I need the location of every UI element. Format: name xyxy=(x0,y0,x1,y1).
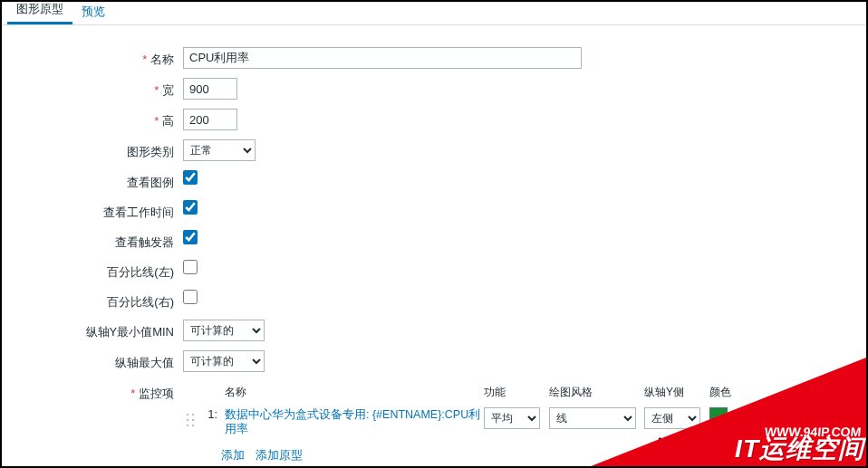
items-col-func: 功能 xyxy=(484,385,549,400)
show-legend-checkbox[interactable] xyxy=(183,170,198,185)
drag-handle-icon[interactable] xyxy=(183,410,196,426)
color-text: 1 xyxy=(735,408,741,422)
item-name-link[interactable]: 数据中心华为盒式设备专用: {#ENTNAME}:CPU利用率 xyxy=(225,408,480,435)
tab-preview[interactable]: 预览 xyxy=(72,0,114,24)
label-name: 名称 xyxy=(11,47,183,68)
items-col-yaxis: 纵轴Y侧 xyxy=(644,385,709,400)
name-input[interactable] xyxy=(183,47,582,69)
label-items: 监控项 xyxy=(11,381,183,402)
item-style-select[interactable]: 线 xyxy=(549,407,636,429)
item-func-select[interactable]: 平均 xyxy=(484,407,540,429)
show-triggers-checkbox[interactable] xyxy=(183,230,198,244)
item-index: 1: xyxy=(203,407,221,421)
tabs: 图形原型 预览 xyxy=(2,2,866,25)
form: 名称 宽 高 图形类别 正常 查看图例 查看工作时间 xyxy=(2,25,866,468)
item-yaxis-select[interactable]: 左侧 xyxy=(644,407,700,429)
label-yaxis-min: 纵轴Y最小值MIN xyxy=(11,320,183,340)
percent-right-checkbox[interactable] xyxy=(183,290,198,304)
label-show-legend: 查看图例 xyxy=(11,170,183,191)
show-working-time-checkbox[interactable] xyxy=(183,200,198,215)
tab-graph-prototype[interactable]: 图形原型 xyxy=(7,0,72,24)
percent-left-checkbox[interactable] xyxy=(183,260,198,274)
table-row: 1: 数据中心华为盒式设备专用: {#ENTNAME}:CPU利用率 平均 线 xyxy=(183,406,857,442)
items-table: 名称 功能 绘图风格 纵轴Y侧 颜色 1: 数据中心华为盒式设备专用: {#EN… xyxy=(183,381,857,463)
label-width: 宽 xyxy=(11,78,183,99)
label-show-working-time: 查看工作时间 xyxy=(11,200,183,221)
label-yaxis-max: 纵轴最大值 xyxy=(11,350,183,371)
items-col-style: 绘图风格 xyxy=(549,385,644,400)
items-col-color: 颜色 xyxy=(709,385,782,400)
items-col-name: 名称 xyxy=(221,385,484,400)
add-item-link[interactable]: 添加 xyxy=(221,448,245,462)
label-graph-type: 图形类别 xyxy=(11,139,183,160)
color-swatch[interactable] xyxy=(709,407,728,425)
yaxis-max-select[interactable]: 可计算的 xyxy=(183,350,265,372)
width-input[interactable] xyxy=(183,78,237,100)
label-percent-left: 百分比线(左) xyxy=(11,260,183,281)
add-prototype-link[interactable]: 添加原型 xyxy=(256,448,303,462)
height-input[interactable] xyxy=(183,109,237,130)
label-show-triggers: 查看触发器 xyxy=(11,230,183,251)
label-percent-right: 百分比线(右) xyxy=(11,290,183,310)
label-height: 高 xyxy=(11,109,183,129)
yaxis-min-select[interactable]: 可计算的 xyxy=(183,320,265,341)
graph-type-select[interactable]: 正常 xyxy=(183,139,256,161)
